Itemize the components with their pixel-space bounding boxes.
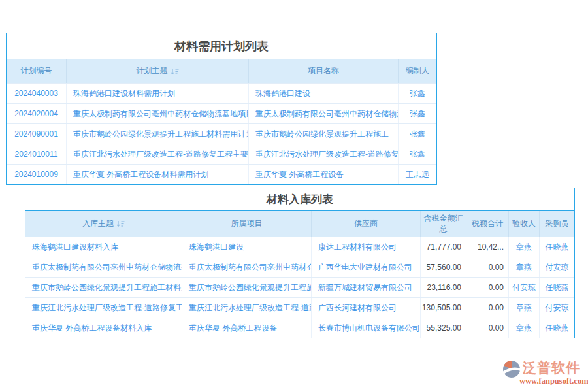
column-label: 采购员 [546,219,569,229]
purchaser-name: 任晓燕 [540,318,574,338]
amount-with-tax-value: 57,560.00 [421,257,466,277]
acceptor-name: 章燕 [509,298,540,318]
table-row: 2024090001 重庆市鹅岭公园绿化景观提升工程施工材料需用计划 重庆市鹅岭… [7,123,436,144]
acceptor-name: 章燕 [509,257,540,277]
plan-subject-link[interactable]: 重庆华夏 外高桥工程设备材料需用计划 [67,165,249,184]
amount-with-tax-value: 23,116.00 [421,278,466,297]
column-label: 含税金额汇总 [422,214,465,234]
tax-total-value: 0.00 [466,298,509,318]
column-header-creator: 编制人 [399,59,436,83]
supplier-link[interactable]: 康达工程材料有限公司 [312,237,421,257]
column-header-amount-with-tax: 含税金额汇总 [421,211,466,237]
column-label: 计划编号 [21,66,52,76]
column-label: 验收人 [512,219,536,229]
inbound-subject-link[interactable]: 重庆华夏 外高桥工程设备材料入库 [25,318,182,338]
project-name-link[interactable]: 重庆江北污水处理厂级改造工程-道路修复工程 [249,144,399,164]
plan-no-link[interactable]: 2024020004 [7,104,67,123]
inbound-list-title: 材料入库列表 [25,188,574,211]
sort-icon[interactable] [116,220,125,227]
sort-icon[interactable] [171,68,179,75]
brand-name: 泛普软件 [523,359,585,376]
plan-no-link[interactable]: 2024090001 [7,124,67,144]
inbound-subject-link[interactable]: 重庆江北污水处理厂级改造工程-道路修复工程... [25,298,182,318]
plan-no-link[interactable]: 2024040003 [7,84,67,103]
tax-total-value: 10,42... [466,237,509,257]
creator-name: 张鑫 [399,124,436,144]
plan-subject-link[interactable]: 重庆太极制药有限公司亳州中药材仓储物流基地项目... [67,104,249,123]
plan-list-title: 材料需用计划列表 [7,33,436,59]
tax-total-value: 0.00 [466,278,509,297]
acceptor-name: 付安琼 [509,278,540,297]
project-name-link[interactable]: 重庆华夏 外高桥工程设备 [182,318,312,338]
table-row: 重庆江北污水处理厂级改造工程-道路修复工程... 重庆江北污水处理厂级改造工程-… [25,297,574,318]
project-name-link[interactable]: 重庆江北污水处理厂级改造工程-道路... [182,298,312,318]
column-header-inbound-subject[interactable]: 入库主题 [25,211,182,237]
column-label: 入库主题 [82,219,114,229]
supplier-link[interactable]: 新疆万城建材贸易有限公司 [312,278,421,297]
inbound-subject-link[interactable]: 重庆市鹅岭公园绿化景观提升工程施工材料入库 [25,278,182,297]
column-label: 供应商 [354,219,378,229]
table-row: 2024010011 重庆江北污水处理厂级改造工程-道路修复工程主要材料 重庆江… [7,144,436,164]
plan-no-link[interactable]: 2024010009 [7,165,67,184]
creator-name: 张鑫 [399,104,436,123]
amount-with-tax-value: 71,777.00 [421,237,466,257]
inbound-table-header: 入库主题 所属项目 供应商 含税金额汇总 税额合计 验收人 采购员 [25,211,574,237]
plan-subject-link[interactable]: 重庆江北污水处理厂级改造工程-道路修复工程主要材料 [67,144,249,164]
purchaser-name: 付安琼 [540,298,574,318]
plan-subject-link[interactable]: 重庆市鹅岭公园绿化景观提升工程施工材料需用计划 [67,124,249,144]
table-row: 重庆华夏 外高桥工程设备材料入库 重庆华夏 外高桥工程设备 长春市博山机电设备有… [25,318,574,338]
project-name-link[interactable]: 珠海鹤港口建设 [182,237,312,257]
column-label: 所属项目 [231,219,263,229]
plan-subject-link[interactable]: 珠海鹤港口建设材料需用计划 [67,84,249,103]
column-header-tax-total: 税额合计 [466,211,509,237]
column-header-supplier: 供应商 [312,211,421,237]
purchaser-name: 任晓燕 [540,278,574,297]
creator-name: 张鑫 [399,84,436,103]
inbound-list-panel: 材料入库列表 入库主题 所属项目 供应商 含税金额汇总 税额合计 验收人 采购员 [25,188,575,338]
column-label: 项目名称 [308,66,339,76]
column-header-plan-subject[interactable]: 计划主题 [67,59,249,83]
tax-total-value: 0.00 [466,318,509,338]
project-name-link[interactable]: 重庆太极制药有限公司亳州中药材仓... [182,257,312,277]
column-header-acceptor: 验收人 [509,211,540,237]
fanpu-logo-icon [502,359,521,379]
column-header-owning-project: 所属项目 [182,211,312,237]
brand-website-link[interactable]: www.fanpusoft.com [519,376,585,385]
table-row: 重庆市鹅岭公园绿化景观提升工程施工材料入库 重庆市鹅岭公园绿化景观提升工程施工 … [25,277,574,297]
column-label: 编制人 [406,66,429,76]
acceptor-name: 章燕 [509,237,540,257]
supplier-link[interactable]: 广西华电大业建材有限公司 [312,257,421,277]
creator-name: 张鑫 [399,144,436,164]
table-row: 2024020004 重庆太极制药有限公司亳州中药材仓储物流基地项目... 重庆… [7,103,436,123]
table-row: 2024040003 珠海鹤港口建设材料需用计划 珠海鹤港口建设 张鑫 [7,83,436,103]
amount-with-tax-value: 130,505.00 [421,298,466,318]
inbound-subject-link[interactable]: 重庆太极制药有限公司亳州中药材仓储物流基... [25,257,182,277]
plan-list-panel: 材料需用计划列表 计划编号 计划主题 项目名称 编制人 2024040003 珠… [6,33,437,185]
project-name-link[interactable]: 珠海鹤港口建设 [249,84,399,103]
column-header-project-name: 项目名称 [249,59,399,83]
tax-total-value: 0.00 [466,257,509,277]
inbound-subject-link[interactable]: 珠海鹤港口建设材料入库 [25,237,182,257]
plan-no-link[interactable]: 2024010011 [7,144,67,164]
column-label: 计划主题 [137,66,168,76]
column-label: 税额合计 [472,219,503,229]
project-name-link[interactable]: 重庆市鹅岭公园绿化景观提升工程施工 [182,278,312,297]
column-header-plan-no: 计划编号 [7,59,67,83]
amount-with-tax-value: 55,325.00 [421,318,466,338]
project-name-link[interactable]: 重庆市鹅岭公园绿化景观提升工程施工 [249,124,399,144]
table-row: 重庆太极制药有限公司亳州中药材仓储物流基... 重庆太极制药有限公司亳州中药材仓… [25,257,574,277]
acceptor-name: 章燕 [509,318,540,338]
plan-table-header: 计划编号 计划主题 项目名称 编制人 [7,59,436,83]
purchaser-name: 任晓燕 [540,237,574,257]
project-name-link[interactable]: 重庆太极制药有限公司亳州中药材仓储物流... [249,104,399,123]
table-row: 珠海鹤港口建设材料入库 珠海鹤港口建设 康达工程材料有限公司 71,777.00… [25,237,574,257]
project-name-link[interactable]: 重庆华夏 外高桥工程设备 [249,165,399,184]
supplier-link[interactable]: 广西长河建材有限公司 [312,298,421,318]
column-header-purchaser: 采购员 [540,211,574,237]
supplier-link[interactable]: 长春市博山机电设备有限公司 [312,318,421,338]
table-row: 2024010009 重庆华夏 外高桥工程设备材料需用计划 重庆华夏 外高桥工程… [7,164,436,184]
vendor-logo: 泛普软件 www.fanpusoft.com [502,359,585,385]
creator-name: 王志远 [399,165,436,184]
purchaser-name: 付安琼 [540,257,574,277]
